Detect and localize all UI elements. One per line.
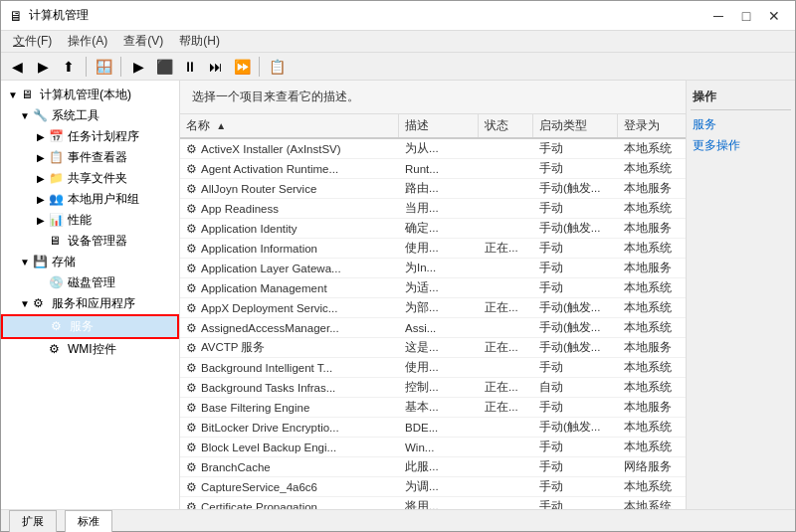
td-status (479, 457, 533, 476)
sidebar-item-local-users[interactable]: ▶ 👥 本地用户和组 (1, 189, 179, 210)
td-login: 本地系统 (618, 378, 686, 397)
td-desc: 将用... (399, 497, 479, 509)
td-login: 本地系统 (618, 477, 686, 496)
sidebar-item-system-tools[interactable]: ▼ 🔧 系统工具 (1, 105, 179, 126)
close-button[interactable]: ✕ (761, 5, 787, 27)
services-table[interactable]: 名称 ▲ 描述 状态 启动类型 登录为 ⚙ActiveX Installer (… (180, 114, 686, 509)
table-row[interactable]: ⚙ActiveX Installer (AxInstSV) 为从... 手动 本… (180, 139, 686, 159)
table-row[interactable]: ⚙App Readiness 当用... 手动 本地系统 (180, 199, 686, 219)
th-startup[interactable]: 启动类型 (533, 114, 618, 137)
td-startup: 手动(触发... (533, 418, 618, 437)
minimize-button[interactable]: ─ (705, 5, 731, 27)
menu-view[interactable]: 查看(V) (115, 31, 171, 52)
td-desc: 使用... (399, 358, 479, 377)
menu-action[interactable]: 操作(A) (60, 31, 115, 52)
table-row[interactable]: ⚙AssignedAccessManager... Assi... 手动(触发.… (180, 318, 686, 338)
table-row[interactable]: ⚙Agent Activation Runtime... Runt... 手动 … (180, 159, 686, 179)
menu-help[interactable]: 帮助(H) (171, 31, 228, 52)
table-row[interactable]: ⚙Background Tasks Infras... 控制... 正在... … (180, 378, 686, 398)
td-desc: Assi... (399, 318, 479, 337)
maximize-button[interactable]: □ (733, 5, 759, 27)
td-startup: 手动 (533, 199, 618, 218)
toolbar-skip[interactable]: ⏩ (230, 56, 254, 78)
table-row[interactable]: ⚙Application Management 为适... 手动 本地系统 (180, 278, 686, 298)
td-name: ⚙AllJoyn Router Service (180, 179, 399, 198)
th-name[interactable]: 名称 ▲ (180, 114, 399, 137)
desc-text: 选择一个项目来查看它的描述。 (192, 89, 359, 103)
table-row[interactable]: ⚙Base Filtering Engine 基本... 正在... 手动 本地… (180, 398, 686, 418)
th-status[interactable]: 状态 (479, 114, 533, 137)
table-row[interactable]: ⚙AppX Deployment Servic... 为部... 正在... 手… (180, 298, 686, 318)
table-row[interactable]: ⚙AllJoyn Router Service 路由... 手动(触发... 本… (180, 179, 686, 199)
sidebar-item-services[interactable]: ⚙ 服务 (1, 314, 179, 339)
sidebar-item-device-manager[interactable]: 🖥 设备管理器 (1, 231, 179, 252)
main-content: ▼ 🖥 计算机管理(本地) ▼ 🔧 系统工具 ▶ 📅 任务计划程序 ▶ 📋 事件… (1, 81, 795, 509)
tab-expand[interactable]: 扩展 (9, 510, 57, 532)
td-desc: BDE... (399, 418, 479, 437)
sidebar-item-wmi[interactable]: ⚙ WMI控件 (1, 339, 179, 360)
toolbar-forward[interactable]: ▶ (31, 56, 55, 78)
action-more[interactable]: 更多操作 (691, 135, 791, 156)
td-startup: 手动(触发... (533, 338, 618, 357)
table-row[interactable]: ⚙CaptureService_4a6c6 为调... 手动 本地系统 (180, 477, 686, 497)
table-row[interactable]: ⚙Application Identity 确定... 手动(触发... 本地服… (180, 219, 686, 239)
menu-file[interactable]: 文件(F) (5, 31, 60, 52)
td-startup: 手动(触发... (533, 179, 618, 198)
sidebar-item-root[interactable]: ▼ 🖥 计算机管理(本地) (1, 85, 179, 105)
sidebar-item-event-viewer[interactable]: ▶ 📋 事件查看器 (1, 147, 179, 168)
toolbar-show-hide[interactable]: 🪟 (92, 56, 115, 78)
table-row[interactable]: ⚙Application Information 使用... 正在... 手动 … (180, 239, 686, 259)
icon-svc-apps: ⚙ (33, 296, 49, 312)
th-login[interactable]: 登录为 (618, 114, 686, 137)
status-bar: 扩展 标准 (1, 509, 795, 531)
td-startup: 手动 (533, 438, 618, 456)
sidebar-item-shared-folders[interactable]: ▶ 📁 共享文件夹 (1, 168, 179, 189)
tab-standard[interactable]: 标准 (65, 510, 112, 532)
td-name: ⚙AssignedAccessManager... (180, 318, 399, 337)
td-name: ⚙Application Identity (180, 219, 399, 238)
toolbar-back[interactable]: ◀ (5, 56, 29, 78)
td-desc: 为适... (399, 278, 479, 297)
td-status: 正在... (479, 378, 533, 397)
svc-icon: ⚙ (186, 321, 197, 335)
icon-root: 🖥 (21, 88, 37, 103)
sidebar-item-performance[interactable]: ▶ 📊 性能 (1, 210, 179, 231)
toolbar-pause[interactable]: ⏸ (178, 56, 202, 78)
table-row[interactable]: ⚙Block Level Backup Engi... Win... 手动 本地… (180, 438, 686, 457)
action-services[interactable]: 服务 (691, 114, 791, 135)
table-row[interactable]: ⚙BitLocker Drive Encryptio... BDE... 手动(… (180, 418, 686, 438)
td-desc: 这是... (399, 338, 479, 357)
icon-system: 🔧 (33, 108, 49, 124)
title-bar: 🖥 计算机管理 ─ □ ✕ (1, 1, 795, 31)
toolbar-stop[interactable]: ⬛ (152, 56, 176, 78)
sidebar-item-storage[interactable]: ▼ 💾 存储 (1, 252, 179, 272)
toolbar-restart[interactable]: ⏭ (204, 56, 228, 78)
svc-icon: ⚙ (186, 182, 197, 196)
td-status (479, 438, 533, 456)
toolbar-play[interactable]: ▶ (126, 56, 150, 78)
table-row[interactable]: ⚙Certificate Propagation 将用... 手动 本地系统 (180, 497, 686, 509)
td-login: 本地服务 (618, 219, 686, 238)
sidebar-item-disk[interactable]: 💿 磁盘管理 (1, 272, 179, 293)
table-header: 名称 ▲ 描述 状态 启动类型 登录为 (180, 114, 686, 139)
table-row[interactable]: ⚙AVCTP 服务 这是... 正在... 手动(触发... 本地服务 (180, 338, 686, 358)
table-row[interactable]: ⚙BranchCache 此服... 手动 网络服务 (180, 457, 686, 477)
td-startup: 手动 (533, 358, 618, 377)
toolbar-properties[interactable]: 📋 (265, 56, 289, 78)
td-desc: 为调... (399, 477, 479, 496)
icon-wmi: ⚙ (49, 342, 65, 358)
td-login: 本地服务 (618, 179, 686, 198)
sidebar-item-task-scheduler[interactable]: ▶ 📅 任务计划程序 (1, 126, 179, 147)
table-row[interactable]: ⚙Application Layer Gatewa... 为In... 手动 本… (180, 259, 686, 278)
toolbar-sep1 (86, 57, 87, 77)
td-name: ⚙Certificate Propagation (180, 497, 399, 509)
td-desc: 当用... (399, 199, 479, 218)
th-desc[interactable]: 描述 (399, 114, 479, 137)
svc-icon: ⚙ (186, 281, 197, 295)
sidebar-item-services-apps[interactable]: ▼ ⚙ 服务和应用程序 (1, 293, 179, 314)
toolbar-up[interactable]: ⬆ (57, 56, 81, 78)
label-system: 系统工具 (52, 107, 100, 124)
td-login: 本地系统 (618, 239, 686, 258)
svc-icon: ⚙ (186, 361, 197, 375)
table-row[interactable]: ⚙Background Intelligent T... 使用... 手动 本地… (180, 358, 686, 378)
